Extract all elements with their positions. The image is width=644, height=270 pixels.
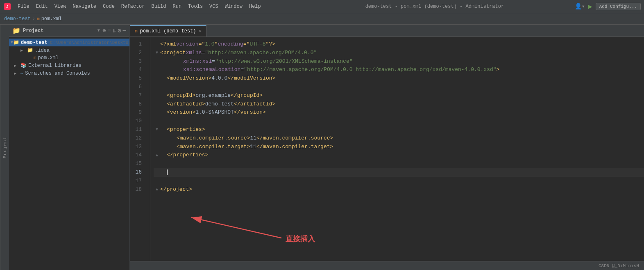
menu-tools[interactable]: Tools [185, 3, 206, 10]
svg-text:J: J [6, 5, 9, 9]
fold-2[interactable]: ▼ [154, 50, 160, 56]
menu-navigate[interactable]: Navigate [70, 3, 99, 10]
project-sidebar-tab[interactable]: Project [0, 25, 9, 270]
line-num-13: 13 [130, 143, 145, 151]
menu-help[interactable]: Help [246, 3, 264, 10]
menu-window[interactable]: Window [222, 3, 245, 10]
line-num-7: 7 [130, 92, 145, 100]
breadcrumb: demo-test › m pom.xml [0, 13, 644, 25]
menu-bar: File Edit View Navigate Code Refactor Bu… [15, 3, 295, 10]
code-editor[interactable]: 1 2 3 4 5 6 7 8 9 10 11 12 13 14 15 16 1… [130, 37, 644, 261]
code-line-7: <groupId>org.example</groupId> [154, 92, 644, 100]
close-panel-icon[interactable]: — [123, 27, 126, 34]
status-text: CSDN @_DiMinisH [599, 263, 639, 268]
code-line-1: <?xml version="1.0" encoding="UTF-8"?> [154, 40, 644, 49]
line-num-6: 6 [130, 83, 145, 92]
tree-item-scratches[interactable]: ▶ ✏ Scratches and Consoles [9, 69, 129, 77]
maven-icon: m [34, 55, 36, 60]
text-cursor [167, 169, 168, 175]
code-line-2: ▼ <project xmlns="http://maven.apache.or… [154, 49, 644, 57]
line-num-12: 12 [130, 134, 145, 143]
annotation-container: 直接插入 [167, 213, 310, 254]
annotation-text: 直接插入 [286, 235, 315, 243]
line-num-4: 4 [130, 66, 145, 74]
annotation-arrow: 直接插入 [167, 213, 310, 250]
settings-icon[interactable]: ⚙ [118, 27, 121, 34]
menu-code[interactable]: Code [100, 3, 118, 10]
code-line-15 [154, 160, 644, 168]
title-bar-right: 👤▾ ▶ Add Configu... [575, 2, 641, 11]
menu-view[interactable]: View [52, 3, 69, 10]
fold-11[interactable]: ▼ [154, 126, 160, 133]
line-num-5: 5 [130, 74, 145, 83]
tree-item-pom[interactable]: m pom.xml [9, 54, 129, 62]
tab-label: pom.xml (demo-test) [140, 28, 196, 34]
project-panel-header: 📁 Project ▼ ⊕ ≡ ⇅ ⚙ — [9, 25, 129, 37]
code-line-4: xsi:schemaLocation="http://maven.apache.… [154, 66, 644, 74]
editor-area: m pom.xml (demo-test) × 1 2 3 4 5 6 7 8 … [130, 25, 644, 270]
line-num-10: 10 [130, 117, 145, 126]
panel-dropdown[interactable]: ▼ [98, 28, 100, 33]
fold-18[interactable]: ▲ [154, 186, 160, 193]
breadcrumb-project[interactable]: demo-test [4, 16, 31, 22]
svg-line-3 [191, 217, 281, 238]
run-icon[interactable]: ▶ [588, 2, 592, 11]
tree-path-demo-test: C:\Users\Administrator\Desktop\demo-test [50, 40, 129, 45]
menu-build[interactable]: Build [148, 3, 169, 10]
line-num-2: 2 [130, 49, 145, 57]
tree-item-external-libs[interactable]: ▶ 📚 External Libraries [9, 62, 129, 69]
tab-maven-icon: m [135, 29, 138, 34]
code-line-17 [154, 177, 644, 185]
project-panel: 📁 Project ▼ ⊕ ≡ ⇅ ⚙ — ▼ 📁 demo-test C:\U… [9, 25, 130, 270]
project-folder-icon: 📁 [13, 39, 19, 46]
locate-icon[interactable]: ⊕ [102, 27, 106, 34]
code-line-6 [154, 83, 644, 92]
menu-edit[interactable]: Edit [33, 3, 51, 10]
profile-icon[interactable]: 👤▾ [575, 3, 585, 10]
folder-icon: 📁 [12, 27, 20, 35]
code-line-3: xmlns:xsi="http://www.w3.org/2001/XMLSch… [154, 57, 644, 66]
editor-tab-pom[interactable]: m pom.xml (demo-test) × [130, 25, 206, 37]
tree-label-pom: pom.xml [38, 55, 59, 61]
fold-14[interactable]: ▲ [154, 152, 160, 159]
show-options-icon[interactable]: ⇅ [113, 27, 116, 34]
breadcrumb-file[interactable]: pom.xml [41, 16, 62, 22]
line-num-16: 16 [130, 168, 145, 177]
project-panel-title: Project [23, 28, 95, 34]
panel-header-icons: ⊕ ≡ ⇅ ⚙ — [102, 27, 126, 34]
line-num-9: 9 [130, 108, 145, 117]
add-config-button[interactable]: Add Configu... [596, 3, 641, 10]
status-bar: CSDN @_DiMinisH [130, 261, 644, 270]
code-content[interactable]: <?xml version="1.0" encoding="UTF-8"?> ▼… [150, 37, 644, 261]
idea-folder-icon: 📁 [27, 47, 33, 53]
code-line-9: <version>1.0-SNAPSHOT</version> [154, 108, 644, 117]
menu-file[interactable]: File [15, 3, 32, 10]
line-num-14: 14 [130, 151, 145, 160]
breadcrumb-sep1: › [32, 16, 35, 22]
menu-vcs[interactable]: VCS [206, 3, 221, 10]
title-bar: J File Edit View Navigate Code Refactor … [0, 0, 644, 13]
code-line-16[interactable] [154, 168, 644, 177]
code-line-8: <artifactId>demo-test</artifactId> [154, 100, 644, 109]
file-tree: ▼ 📁 demo-test C:\Users\Administrator\Des… [9, 37, 129, 270]
main-layout: Project 📁 Project ▼ ⊕ ≡ ⇅ ⚙ — ▼ 📁 demo-t… [0, 25, 644, 270]
tree-label-demo-test: demo-test [21, 40, 48, 46]
menu-refactor[interactable]: Refactor [118, 3, 148, 10]
line-num-8: 8 [130, 100, 145, 109]
window-title: demo-test - pom.xml (demo-test) - Admini… [295, 4, 574, 9]
code-line-10 [154, 117, 644, 126]
tree-item-idea[interactable]: ▶ 📁 .idea [9, 46, 129, 54]
line-num-3: 3 [130, 57, 145, 66]
line-num-11: 11 [130, 126, 145, 134]
breadcrumb-file-icon: m [37, 16, 40, 21]
code-line-14: ▲ </properties> [154, 151, 644, 160]
code-line-11: ▼ <properties> [154, 126, 644, 134]
collapse-all-icon[interactable]: ≡ [107, 27, 111, 34]
scratches-icon: ✏ [20, 70, 23, 76]
line-num-18: 18 [130, 185, 145, 194]
menu-run[interactable]: Run [170, 3, 184, 10]
tree-item-demo-test[interactable]: ▼ 📁 demo-test C:\Users\Administrator\Des… [9, 39, 129, 46]
tab-close-button[interactable]: × [198, 29, 201, 34]
code-line-5: <modelVersion>4.0.0</modelVersion> [154, 74, 644, 83]
tree-label-idea: .idea [35, 48, 50, 53]
